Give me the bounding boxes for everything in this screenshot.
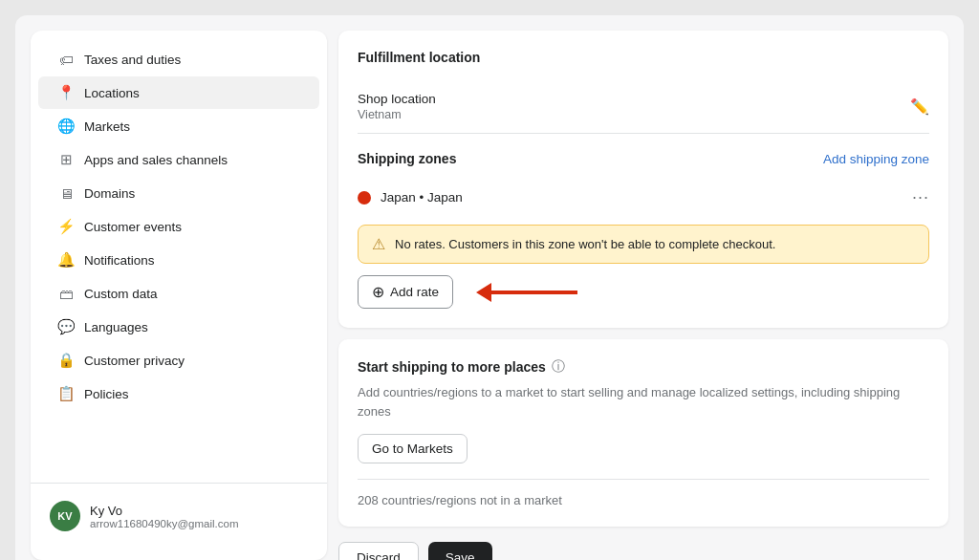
shop-location-label: Shop location — [358, 92, 436, 106]
warning-banner: ⚠ No rates. Customers in this zone won't… — [358, 225, 929, 264]
fulfillment-card-title: Fulfillment location — [358, 50, 929, 65]
sidebar-label-policies: Policies — [84, 387, 129, 401]
sidebar-label-domains: Domains — [84, 186, 135, 201]
sidebar-icon-languages: 💬 — [57, 318, 75, 335]
sidebar-icon-taxes: 🏷 — [57, 51, 75, 68]
sidebar-icon-markets: 🌐 — [57, 118, 75, 135]
arrow-head — [476, 283, 491, 302]
sidebar-icon-domains: 🖥 — [57, 184, 75, 202]
user-email: arrow11680490ky@gmail.com — [90, 518, 239, 529]
not-in-market-text: 208 countries/regions not in a market — [358, 479, 929, 507]
add-rate-button[interactable]: ⊕ Add rate — [358, 275, 453, 309]
zone-name: Japan • Japan — [381, 190, 463, 205]
fulfillment-card: Fulfillment location Shop location Vietn… — [338, 31, 948, 328]
sidebar-label-custom-data: Custom data — [84, 287, 158, 301]
save-button[interactable]: Save — [428, 542, 492, 560]
sidebar-label-locations: Locations — [84, 86, 140, 100]
sidebar-item-markets[interactable]: 🌐 Markets — [38, 110, 319, 142]
sidebar-item-customer-privacy[interactable]: 🔒 Customer privacy — [38, 344, 319, 377]
warning-text: No rates. Customers in this zone won't b… — [395, 237, 775, 251]
start-shipping-title: Start shipping to more places — [358, 359, 546, 375]
sidebar-label-customer-events: Customer events — [84, 220, 182, 234]
start-shipping-card: Start shipping to more places ⓘ Add coun… — [338, 339, 948, 527]
shipping-zones-title: Shipping zones — [358, 151, 456, 166]
zone-more-icon[interactable]: ··· — [912, 187, 929, 207]
sidebar-footer: KV Ky Vo arrow11680490ky@gmail.com — [31, 483, 327, 549]
user-details: Ky Vo arrow11680490ky@gmail.com — [90, 504, 239, 529]
sidebar-icon-locations: 📍 — [57, 84, 75, 101]
sidebar-icon-apps: ⊞ — [57, 151, 75, 168]
sidebar-label-markets: Markets — [84, 119, 130, 134]
zone-status-dot — [358, 191, 371, 205]
shop-location-sublabel: Vietnam — [358, 108, 436, 121]
sidebar-label-notifications: Notifications — [84, 253, 155, 268]
sidebar-icon-customer-events: ⚡ — [57, 218, 75, 235]
red-arrow — [476, 283, 577, 302]
arrow-body — [491, 291, 577, 294]
sidebar-label-languages: Languages — [84, 320, 148, 334]
sidebar-icon-notifications: 🔔 — [57, 251, 75, 269]
info-icon: ⓘ — [552, 358, 565, 376]
zone-row: Japan • Japan ··· — [358, 178, 929, 217]
avatar: KV — [50, 501, 80, 531]
sidebar-item-apps[interactable]: ⊞ Apps and sales channels — [38, 143, 319, 176]
add-rate-label: Add rate — [390, 285, 439, 299]
user-name: Ky Vo — [90, 504, 239, 518]
sidebar-item-locations[interactable]: 📍 Locations — [38, 76, 319, 109]
discard-button[interactable]: Discard — [338, 542, 419, 560]
add-rate-icon: ⊕ — [372, 283, 384, 301]
user-info[interactable]: KV Ky Vo arrow11680490ky@gmail.com — [42, 493, 315, 539]
sidebar-item-policies[interactable]: 📋 Policies — [38, 377, 319, 410]
shop-location-row: Shop location Vietnam ✏️ — [358, 80, 929, 134]
sidebar-icon-customer-privacy: 🔒 — [57, 352, 75, 369]
sidebar-label-customer-privacy: Customer privacy — [84, 354, 185, 368]
sidebar-item-notifications[interactable]: 🔔 Notifications — [38, 244, 319, 276]
add-shipping-zone-link[interactable]: Add shipping zone — [823, 152, 929, 166]
start-shipping-description: Add countries/regions to a market to sta… — [358, 383, 929, 420]
add-rate-area: ⊕ Add rate — [358, 275, 929, 309]
zone-left: Japan • Japan — [358, 190, 463, 205]
sidebar: 🏷 Taxes and duties 📍 Locations 🌐 Markets… — [31, 31, 327, 560]
start-shipping-header: Start shipping to more places ⓘ — [358, 358, 929, 376]
sidebar-icon-custom-data: 🗃 — [57, 285, 75, 302]
shop-location-text: Shop location Vietnam — [358, 92, 436, 121]
sidebar-item-domains[interactable]: 🖥 Domains — [38, 177, 319, 209]
shipping-zones-header: Shipping zones Add shipping zone — [358, 151, 929, 166]
edit-icon[interactable]: ✏️ — [910, 97, 929, 116]
go-to-markets-button[interactable]: Go to Markets — [358, 434, 468, 463]
sidebar-item-languages[interactable]: 💬 Languages — [38, 311, 319, 343]
sidebar-item-customer-events[interactable]: ⚡ Customer events — [38, 210, 319, 243]
sidebar-item-custom-data[interactable]: 🗃 Custom data — [38, 277, 319, 310]
warning-icon: ⚠ — [372, 235, 385, 253]
main-content: Fulfillment location Shop location Vietn… — [327, 15, 964, 560]
sidebar-icon-policies: 📋 — [57, 385, 75, 402]
sidebar-label-taxes: Taxes and duties — [84, 53, 181, 67]
footer-actions: Discard Save — [338, 542, 948, 560]
sidebar-label-apps: Apps and sales channels — [84, 153, 228, 167]
sidebar-item-taxes[interactable]: 🏷 Taxes and duties — [38, 43, 319, 75]
